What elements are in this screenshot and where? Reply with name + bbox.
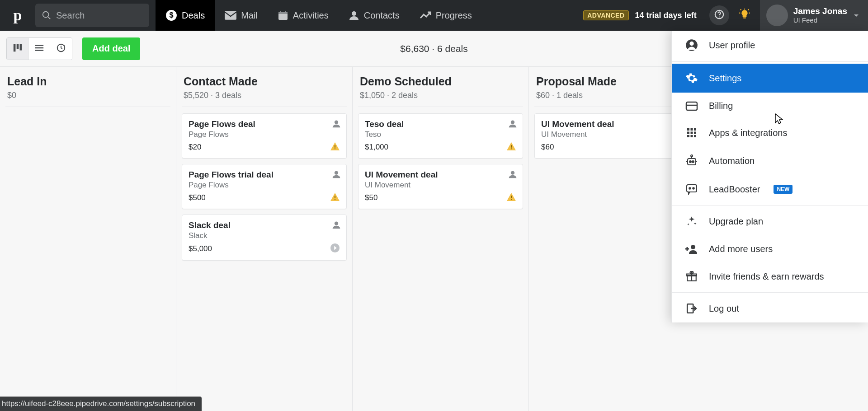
svg-point-60 xyxy=(692,161,694,163)
ideas-button[interactable] xyxy=(735,5,755,25)
logout-icon xyxy=(684,303,699,314)
search-input[interactable] xyxy=(56,10,143,21)
user-dropdown: User profile Settings Billing Apps & int… xyxy=(671,31,868,322)
deal-card[interactable]: Page Flows dealPage Flows$20 xyxy=(182,113,347,159)
menu-label: Log out xyxy=(709,304,739,314)
menu-invite[interactable]: Invite friends & earn rewards xyxy=(672,262,868,290)
user-meta: James Jonas UI Feed xyxy=(793,6,847,24)
card-icon xyxy=(684,101,699,111)
warning-icon xyxy=(330,192,340,203)
calendar-icon xyxy=(278,10,288,21)
svg-point-34 xyxy=(335,222,338,225)
menu-settings[interactable]: Settings xyxy=(672,64,868,93)
deal-card[interactable]: Page Flows trial dealPage Flows$500 xyxy=(182,164,347,209)
nav-activities[interactable]: Activities xyxy=(268,0,339,31)
chevron-down-icon xyxy=(854,11,859,19)
help-button[interactable] xyxy=(709,5,729,25)
add-user-icon xyxy=(684,243,699,254)
deal-value: $60 xyxy=(541,143,554,152)
deal-org: Teso xyxy=(365,130,516,139)
column-header: Demo Scheduled$1,050 · 2 deals xyxy=(358,75,523,107)
deal-title: UI Movement deal xyxy=(365,170,516,180)
column-subtitle: $1,050 · 2 deals xyxy=(360,91,521,100)
add-deal-button[interactable]: Add deal xyxy=(82,37,140,60)
warning-icon xyxy=(506,192,516,203)
svg-point-66 xyxy=(689,187,691,189)
svg-point-68 xyxy=(691,245,695,249)
menu-label: Apps & integrations xyxy=(709,128,787,138)
avatar xyxy=(766,5,788,26)
menu-label: Upgrade plan xyxy=(709,216,763,227)
svg-rect-4 xyxy=(225,11,236,20)
svg-point-67 xyxy=(693,187,694,189)
deals-icon: $ xyxy=(165,9,177,21)
svg-rect-52 xyxy=(687,132,689,134)
menu-label: Settings xyxy=(709,73,741,84)
svg-rect-18 xyxy=(13,44,15,52)
svg-rect-37 xyxy=(511,145,512,147)
svg-point-39 xyxy=(511,171,514,175)
warning-icon xyxy=(506,142,516,153)
column-title: Contact Made xyxy=(184,75,345,88)
svg-rect-65 xyxy=(687,185,697,192)
user-name: James Jonas xyxy=(793,6,847,16)
cursor-icon xyxy=(774,113,784,127)
nav-deals[interactable]: $ Deals xyxy=(156,0,215,31)
owner-icon xyxy=(332,170,341,181)
contacts-icon xyxy=(349,10,359,21)
nav-progress[interactable]: Progress xyxy=(410,0,482,31)
menu-label: Billing xyxy=(709,101,733,111)
sparkle-icon xyxy=(684,215,699,227)
owner-icon xyxy=(508,170,517,181)
menu-separator xyxy=(672,205,868,206)
chatbot-icon xyxy=(684,183,699,195)
deal-card[interactable]: Slack dealSlack$5,000 xyxy=(182,215,347,261)
owner-icon xyxy=(332,119,341,130)
menu-add-users[interactable]: Add more users xyxy=(672,235,868,262)
user-menu-trigger[interactable]: James Jonas UI Feed xyxy=(760,0,868,31)
svg-rect-53 xyxy=(691,132,693,134)
deal-card[interactable]: UI Movement dealUI Movement$50 xyxy=(358,164,523,209)
deal-org: UI Movement xyxy=(365,181,516,190)
deal-value: $50 xyxy=(365,193,377,202)
nav-label: Progress xyxy=(436,10,472,21)
menu-logout[interactable]: Log out xyxy=(672,294,868,322)
menu-apps[interactable]: Apps & integrations xyxy=(672,119,868,146)
deal-title: Slack deal xyxy=(189,220,340,230)
deal-org: UI Movement xyxy=(541,130,693,139)
trial-days[interactable]: 14 trial days left xyxy=(635,11,697,20)
view-forecast-button[interactable] xyxy=(50,38,72,60)
svg-line-17 xyxy=(748,9,749,10)
gift-icon xyxy=(684,271,699,282)
svg-rect-19 xyxy=(16,44,19,49)
view-kanban-button[interactable] xyxy=(7,38,28,60)
svg-point-0 xyxy=(43,12,49,18)
deal-value: $500 xyxy=(189,193,206,202)
column-subtitle: $0 xyxy=(7,91,169,100)
menu-leadbooster[interactable]: LeadBooster NEW xyxy=(672,175,868,203)
svg-rect-40 xyxy=(511,196,512,198)
menu-user-profile[interactable]: User profile xyxy=(672,31,868,60)
svg-rect-41 xyxy=(511,199,512,200)
nav-mail[interactable]: Mail xyxy=(215,0,268,31)
owner-icon xyxy=(332,220,341,231)
menu-billing[interactable]: Billing xyxy=(672,93,868,119)
deal-card[interactable]: Teso dealTeso$1,000 xyxy=(358,113,523,159)
search-field[interactable] xyxy=(35,4,149,27)
warning-icon xyxy=(330,142,340,153)
next-step-icon xyxy=(330,243,340,255)
column-subtitle: $5,520 · 3 deals xyxy=(184,91,345,100)
menu-upgrade[interactable]: Upgrade plan xyxy=(672,207,868,235)
help-icon xyxy=(714,9,724,21)
svg-point-11 xyxy=(719,16,720,17)
app-logo[interactable]: p xyxy=(0,7,35,24)
menu-automation[interactable]: Automation xyxy=(672,146,868,175)
column-title: Demo Scheduled xyxy=(360,75,521,88)
svg-rect-54 xyxy=(694,132,696,134)
svg-text:$: $ xyxy=(169,11,173,19)
mail-icon xyxy=(225,11,236,20)
svg-point-28 xyxy=(335,121,338,124)
nav-contacts[interactable]: Contacts xyxy=(339,0,410,31)
view-list-button[interactable] xyxy=(28,38,50,60)
nav-label: Contacts xyxy=(364,10,400,21)
